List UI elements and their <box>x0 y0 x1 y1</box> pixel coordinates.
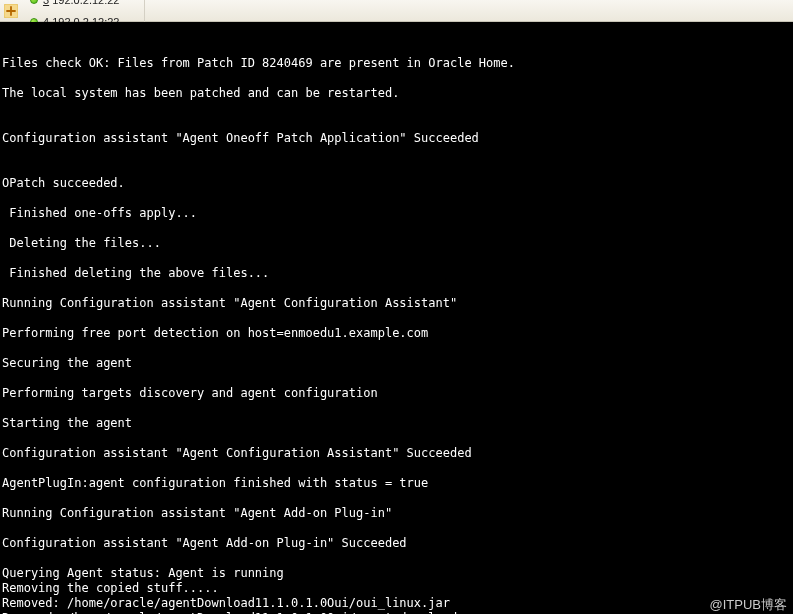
add-tab-button[interactable] <box>2 2 20 20</box>
terminal-line: Running Configuration assistant "Agent A… <box>2 506 791 521</box>
terminal-line: AgentPlugIn:agent configuration finished… <box>2 476 791 491</box>
terminal-line: Configuration assistant "Agent Add-on Pl… <box>2 536 791 551</box>
terminal-line: Configuration assistant "Agent Configura… <box>2 446 791 461</box>
terminal-line <box>2 101 791 116</box>
terminal-line: Securing the agent <box>2 356 791 371</box>
status-dot-icon <box>30 0 38 4</box>
watermark: @ITPUB博客 <box>710 597 787 612</box>
terminal-line: Removing the copied stuff..... <box>2 581 791 596</box>
terminal-line: Deleting the files... <box>2 236 791 251</box>
terminal-line <box>2 341 791 356</box>
terminal-line <box>2 251 791 266</box>
terminal-line <box>2 461 791 476</box>
terminal-line <box>2 431 791 446</box>
terminal-line <box>2 71 791 86</box>
terminal-line <box>2 221 791 236</box>
terminal-line: Finished deleting the above files... <box>2 266 791 281</box>
tab-label: 3 192.0.2.12:22 <box>43 0 119 6</box>
terminal-line: OPatch succeeded. <box>2 176 791 191</box>
terminal-line <box>2 521 791 536</box>
terminal-line <box>2 161 791 176</box>
terminal-line: Performing targets discovery and agent c… <box>2 386 791 401</box>
terminal-line <box>2 401 791 416</box>
terminal-line: The local system has been patched and ca… <box>2 86 791 101</box>
terminal-line <box>2 146 791 161</box>
terminal-line: Performing free port detection on host=e… <box>2 326 791 341</box>
terminal-line: Starting the agent <box>2 416 791 431</box>
terminal-line: Querying Agent status: Agent is running <box>2 566 791 581</box>
session-tab-3[interactable]: 3 192.0.2.12:22 <box>22 0 145 11</box>
terminal-line <box>2 191 791 206</box>
terminal-line: Configuration assistant "Agent Oneoff Pa… <box>2 131 791 146</box>
terminal-line <box>2 116 791 131</box>
terminal-line: Files check OK: Files from Patch ID 8240… <box>2 56 791 71</box>
terminal-line <box>2 371 791 386</box>
terminal-line <box>2 491 791 506</box>
terminal-output: Files check OK: Files from Patch ID 8240… <box>2 56 791 614</box>
terminal-line: Running Configuration assistant "Agent C… <box>2 296 791 311</box>
terminal-line <box>2 281 791 296</box>
terminal-line: Removed: /home/oracle/agentDownload11.1.… <box>2 596 791 611</box>
plus-icon <box>4 4 18 18</box>
terminal-line <box>2 551 791 566</box>
terminal-line <box>2 311 791 326</box>
tab-bar: 1 192.0.2.11:22×2 192.0.2.11:223 192.0.2… <box>0 0 793 22</box>
terminal[interactable]: Files check OK: Files from Patch ID 8240… <box>0 22 793 614</box>
terminal-line: Finished one-offs apply... <box>2 206 791 221</box>
